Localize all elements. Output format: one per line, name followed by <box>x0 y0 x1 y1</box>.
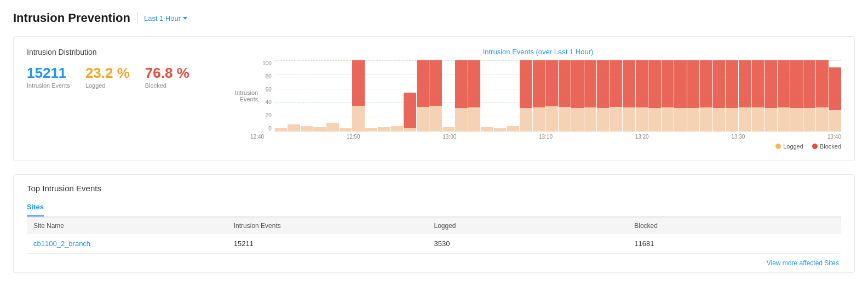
bar-group <box>275 60 288 132</box>
tabs-row: Sites <box>27 199 841 217</box>
col-header-logged: Logged <box>434 222 635 230</box>
bar-blocked <box>790 60 803 108</box>
chart-y-label: Intrusion Events <box>235 89 258 102</box>
bar-blocked <box>352 60 365 106</box>
time-filter-label: Last 1 Hour <box>144 14 181 22</box>
chevron-down-icon <box>183 17 187 20</box>
distribution-panel: Intrusion Distribution 15211 Intrusion E… <box>27 48 235 150</box>
bar-logged <box>584 107 597 132</box>
intrusion-events-value: 15211 <box>27 65 70 81</box>
bar-blocked <box>700 60 712 107</box>
cell-site-name[interactable]: cb1100_2_branch <box>33 239 234 248</box>
legend-blocked-label: Blocked <box>820 143 841 150</box>
bar-blocked <box>623 60 635 107</box>
bar-logged <box>803 108 816 132</box>
bar-blocked <box>662 60 674 107</box>
bar-blocked <box>520 60 532 108</box>
bar-logged <box>365 128 378 132</box>
bar-logged <box>700 107 712 132</box>
bar-group <box>739 60 751 132</box>
bar-logged <box>442 127 455 132</box>
bar-blocked <box>559 60 571 107</box>
bar-logged <box>455 108 468 132</box>
bar-logged <box>391 126 404 132</box>
stats-row: 15211 Intrusion Events 23.2 % Logged 76.… <box>27 65 235 89</box>
bar-logged <box>301 126 313 132</box>
bar-group <box>429 60 442 132</box>
bar-blocked <box>455 60 468 108</box>
stat-intrusion-events: 15211 Intrusion Events <box>27 65 70 89</box>
bar-blocked <box>803 60 816 108</box>
bar-logged <box>275 128 288 132</box>
bar-logged <box>520 108 532 132</box>
col-header-intrusion-events: Intrusion Events <box>234 222 434 230</box>
bar-group <box>545 60 558 132</box>
bar-logged <box>597 108 610 132</box>
bar-blocked <box>545 60 558 106</box>
bar-logged <box>481 127 493 132</box>
bar-blocked <box>571 60 584 108</box>
bar-group <box>507 60 519 132</box>
bar-group <box>559 60 571 132</box>
bar-group <box>623 60 635 132</box>
page-header: Intrusion Prevention Last 1 Hour <box>13 11 855 25</box>
legend-blocked: Blocked <box>812 143 841 150</box>
view-more-link[interactable]: View more affected Sites <box>767 259 839 267</box>
distribution-title: Intrusion Distribution <box>27 48 235 56</box>
blocked-value: 76.8 % <box>145 65 189 81</box>
tab-sites[interactable]: Sites <box>27 199 44 216</box>
time-filter-button[interactable]: Last 1 Hour <box>144 14 187 22</box>
bar-group <box>829 60 841 132</box>
bar-blocked <box>687 60 700 108</box>
bar-logged <box>326 123 339 132</box>
top-section: Intrusion Distribution 15211 Intrusion E… <box>13 36 855 161</box>
bottom-section: Top Intrusion Events Sites Site Name Int… <box>13 174 855 273</box>
bar-group <box>391 60 404 132</box>
bar-group <box>816 60 829 132</box>
blocked-label: Blocked <box>145 82 189 89</box>
logged-label: Logged <box>85 82 130 89</box>
bar-logged <box>533 107 545 132</box>
bar-logged <box>507 126 519 132</box>
bar-logged <box>636 107 648 132</box>
bar-group <box>481 60 493 132</box>
bar-group <box>752 60 764 132</box>
bar-group <box>584 60 597 132</box>
bar-logged <box>417 107 429 132</box>
header-divider <box>137 12 137 24</box>
bar-logged <box>545 106 558 132</box>
bar-blocked <box>674 60 687 108</box>
chart-x-axis: 12:40 12:50 13:00 13:10 13:20 13:30 13:4… <box>250 132 841 140</box>
bar-logged <box>559 107 571 132</box>
bar-logged <box>829 110 841 132</box>
bar-group <box>713 60 726 132</box>
bar-blocked <box>764 60 777 108</box>
bar-blocked <box>816 60 829 107</box>
bar-blocked <box>404 93 416 128</box>
bar-blocked <box>752 60 764 107</box>
bar-group <box>803 60 816 132</box>
bar-logged <box>739 107 751 132</box>
bar-group <box>442 60 455 132</box>
bar-blocked <box>597 60 610 108</box>
bar-blocked <box>648 60 661 108</box>
bar-logged <box>571 108 584 132</box>
bar-group <box>352 60 365 132</box>
col-header-blocked: Blocked <box>634 222 835 230</box>
col-header-site-name: Site Name <box>33 222 234 230</box>
stat-logged: 23.2 % Logged <box>85 65 130 89</box>
bar-logged <box>713 108 726 132</box>
bar-logged <box>288 124 300 132</box>
bar-group <box>687 60 700 132</box>
logged-value: 23.2 % <box>85 65 130 81</box>
bar-group <box>610 60 623 132</box>
bar-logged <box>623 107 635 132</box>
bar-logged <box>674 108 687 132</box>
bar-blocked <box>429 60 442 106</box>
bar-group <box>313 60 326 132</box>
bar-blocked <box>739 60 751 107</box>
legend-logged-dot <box>775 144 781 149</box>
section-title: Top Intrusion Events <box>27 184 841 193</box>
cell-logged: 3530 <box>434 239 635 248</box>
bar-blocked <box>533 60 545 107</box>
